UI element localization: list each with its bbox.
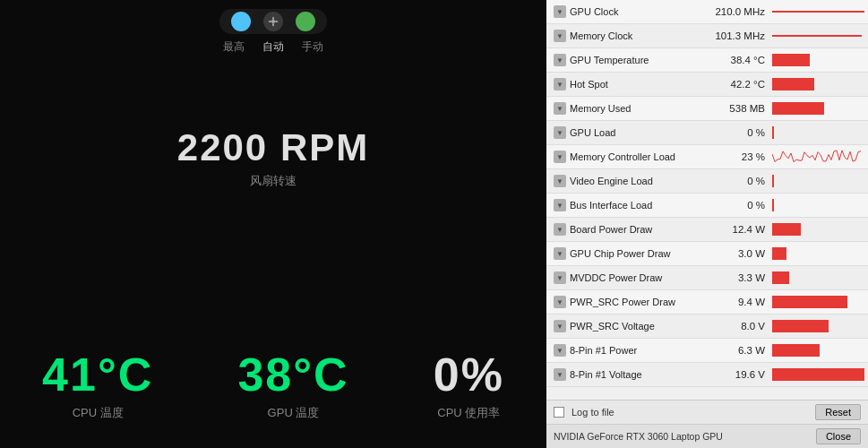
row-value-cell: 23 % — [703, 151, 770, 162]
cpu-usage-value: 0% — [434, 348, 504, 401]
fan-label-auto: 自动 — [262, 39, 284, 55]
row-chart-cell — [770, 242, 868, 265]
row-name-cell: ▼PWR_SRC Voltage — [546, 320, 703, 332]
dropdown-arrow-icon[interactable]: ▼ — [554, 151, 566, 163]
row-name-text: Memory Used — [570, 103, 631, 114]
row-value-cell: 42.2 °C — [703, 79, 770, 90]
rpm-label: 风扇转速 — [177, 173, 369, 189]
row-name-cell: ▼Memory Controller Load — [546, 151, 703, 163]
monitor-row: ▼Bus Interface Load0 % — [546, 194, 868, 218]
fan-toggle-area: 最高 自动 手动 — [219, 9, 327, 55]
row-name-cell: ▼MVDDC Power Draw — [546, 271, 703, 284]
chart-bar — [772, 344, 820, 357]
row-name-cell: ▼Memory Used — [546, 102, 703, 115]
reset-button[interactable]: Reset — [815, 404, 861, 420]
dropdown-arrow-icon[interactable]: ▼ — [554, 344, 566, 357]
row-name-text: GPU Load — [570, 127, 615, 138]
dropdown-arrow-icon[interactable]: ▼ — [554, 30, 566, 42]
row-chart-cell — [770, 145, 868, 168]
toggle-manual-dot — [296, 12, 315, 31]
row-chart-cell — [770, 339, 868, 362]
row-name-text: Memory Clock — [570, 30, 632, 41]
row-chart-cell — [770, 73, 868, 96]
cpu-temp-label: CPU 温度 — [73, 405, 124, 421]
chart-bar — [772, 320, 829, 332]
toggle-auto-dot — [263, 12, 283, 31]
row-name-text: 8-Pin #1 Power — [570, 345, 637, 356]
row-name-cell: ▼Memory Clock — [546, 30, 703, 42]
row-chart-cell — [770, 218, 868, 241]
row-name-cell: ▼8-Pin #1 Voltage — [546, 368, 703, 381]
dropdown-arrow-icon[interactable]: ▼ — [554, 271, 566, 284]
dropdown-arrow-icon[interactable]: ▼ — [554, 247, 566, 260]
gpu-info-bar: NVIDIA GeForce RTX 3060 Laptop GPU Close — [546, 424, 868, 448]
row-name-text: Bus Interface Load — [570, 200, 652, 211]
bottom-bar: Log to file Reset — [546, 400, 868, 424]
gpu-temp-value: 38°C — [237, 348, 348, 401]
rpm-display: 2200 RPM 风扇转速 — [177, 126, 369, 189]
left-panel: 最高 自动 手动 2200 RPM 风扇转速 41°C CPU 温度 38°C … — [0, 0, 546, 448]
row-name-text: 8-Pin #1 Voltage — [570, 369, 642, 380]
dropdown-arrow-icon[interactable]: ▼ — [554, 54, 566, 66]
row-value-cell: 9.4 W — [703, 297, 770, 307]
row-value-cell: 12.4 W — [703, 224, 770, 235]
toggle-max-dot — [231, 12, 251, 31]
row-value-cell: 38.4 °C — [703, 55, 770, 65]
dropdown-arrow-icon[interactable]: ▼ — [554, 296, 566, 308]
monitor-row: ▼GPU Clock210.0 MHz — [546, 0, 868, 24]
row-name-text: Hot Spot — [570, 79, 608, 90]
fan-label-manual: 手动 — [302, 39, 323, 55]
monitor-row: ▼GPU Load0 % — [546, 121, 868, 145]
dropdown-arrow-icon[interactable]: ▼ — [554, 175, 566, 187]
chart-bar — [772, 35, 862, 37]
row-value-cell: 101.3 MHz — [703, 30, 770, 41]
chart-bar — [772, 296, 847, 308]
row-name-text: Board Power Draw — [570, 224, 652, 235]
row-name-cell: ▼GPU Chip Power Draw — [546, 247, 703, 260]
chart-bar — [772, 199, 774, 211]
row-name-text: GPU Temperature — [570, 55, 649, 65]
monitor-table: ▼GPU Clock210.0 MHz▼Memory Clock101.3 MH… — [546, 0, 868, 400]
row-name-cell: ▼GPU Load — [546, 126, 703, 139]
dropdown-arrow-icon[interactable]: ▼ — [554, 368, 566, 381]
gpu-name-text: NVIDIA GeForce RTX 3060 Laptop GPU — [554, 431, 723, 442]
chart-bar — [772, 11, 864, 13]
row-name-text: Video Engine Load — [570, 176, 653, 186]
dropdown-arrow-icon[interactable]: ▼ — [554, 320, 566, 332]
dropdown-arrow-icon[interactable]: ▼ — [554, 78, 566, 90]
cpu-temp-value: 41°C — [42, 348, 153, 401]
dropdown-arrow-icon[interactable]: ▼ — [554, 5, 566, 18]
dropdown-arrow-icon[interactable]: ▼ — [554, 199, 566, 211]
chart-bar — [772, 78, 814, 90]
row-chart-cell — [770, 314, 868, 338]
row-chart-cell — [770, 290, 868, 314]
log-checkbox[interactable] — [554, 407, 564, 418]
close-button[interactable]: Close — [816, 428, 861, 444]
dropdown-arrow-icon[interactable]: ▼ — [554, 126, 566, 139]
dropdown-arrow-icon[interactable]: ▼ — [554, 102, 566, 115]
row-value-cell: 0 % — [703, 176, 770, 186]
row-name-text: MVDDC Power Draw — [570, 272, 662, 283]
row-chart-cell — [770, 363, 868, 386]
monitor-row: ▼Memory Controller Load23 % — [546, 145, 868, 169]
gpu-temp-label: GPU 温度 — [268, 405, 320, 421]
chart-bar — [772, 102, 824, 115]
row-chart-cell — [770, 48, 868, 72]
monitor-row: ▼Hot Spot42.2 °C — [546, 73, 868, 97]
dropdown-arrow-icon[interactable]: ▼ — [554, 223, 566, 236]
right-panel: ▼GPU Clock210.0 MHz▼Memory Clock101.3 MH… — [546, 0, 868, 448]
fan-label-max: 最高 — [223, 39, 245, 55]
monitor-row: ▼Memory Used538 MB — [546, 97, 868, 121]
chart-bar — [772, 54, 810, 66]
row-name-cell: ▼Video Engine Load — [546, 175, 703, 187]
chart-bar — [772, 368, 864, 381]
row-value-cell: 538 MB — [703, 103, 770, 114]
row-value-cell: 0 % — [703, 127, 770, 138]
row-name-cell: ▼Board Power Draw — [546, 223, 703, 236]
row-name-cell: ▼GPU Temperature — [546, 54, 703, 66]
row-name-text: GPU Chip Power Draw — [570, 248, 670, 259]
bottom-stats: 41°C CPU 温度 38°C GPU 温度 0% CPU 使用率 — [0, 348, 546, 421]
row-name-text: PWR_SRC Power Draw — [570, 297, 675, 307]
monitor-row: ▼MVDDC Power Draw3.3 W — [546, 266, 868, 290]
fan-mode-toggle[interactable] — [219, 9, 327, 34]
